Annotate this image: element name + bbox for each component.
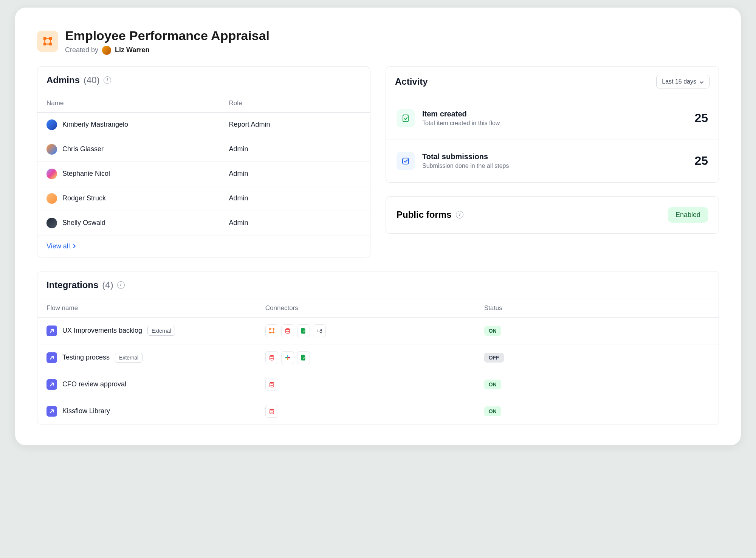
activity-card: Activity Last 15 days Item createdTotal …	[386, 66, 719, 183]
connector-icon	[297, 351, 310, 364]
item-created-icon	[397, 109, 415, 127]
svg-rect-3	[49, 43, 52, 46]
info-icon[interactable]	[104, 76, 111, 84]
connector-icon	[265, 378, 278, 391]
admin-row[interactable]: Chris GlasserAdmin	[37, 137, 370, 162]
admin-name: Stephanie Nicol	[62, 170, 110, 178]
admins-table-header: Name Role	[37, 94, 370, 113]
connector-icon	[265, 351, 278, 364]
flow-icon	[46, 326, 57, 336]
activity-title: Activity	[395, 76, 428, 87]
app-icon	[37, 31, 58, 52]
submissions-icon	[397, 152, 415, 170]
activity-item: Total submissionsSubmission done in the …	[386, 140, 719, 182]
admin-role: Admin	[229, 194, 361, 202]
status-badge: OFF	[484, 353, 504, 363]
svg-rect-1	[49, 37, 52, 40]
view-all-link[interactable]: View all	[46, 242, 77, 250]
integrations-count: (4)	[102, 280, 113, 290]
chevron-right-icon	[72, 242, 77, 250]
admin-row[interactable]: Shelly OswaldAdmin	[37, 211, 370, 236]
connector-icon	[281, 351, 294, 364]
avatar	[46, 144, 57, 155]
admin-name: Rodger Struck	[62, 194, 106, 202]
page-title: Employee Performance Appraisal	[65, 28, 270, 43]
svg-point-17	[270, 409, 274, 411]
admins-count: (40)	[84, 75, 100, 85]
svg-rect-6	[269, 328, 271, 330]
integration-row[interactable]: CFO review approval ON	[37, 371, 719, 398]
enabled-badge: Enabled	[668, 207, 708, 223]
integrations-card: Integrations (4) Flow name Connectors St…	[37, 271, 719, 425]
app-window: Employee Performance Appraisal Created b…	[15, 8, 741, 445]
connector-more: +8	[313, 324, 326, 337]
status-badge: ON	[484, 406, 501, 416]
svg-rect-5	[403, 158, 409, 164]
activity-item-title: Total submissions	[422, 152, 687, 161]
column-name: Name	[46, 99, 229, 107]
column-connectors: Connectors	[265, 304, 484, 312]
activity-item-title: Item created	[422, 110, 687, 118]
svg-point-11	[270, 355, 274, 357]
svg-rect-2	[43, 43, 46, 46]
status-badge: ON	[484, 326, 501, 336]
admin-name: Shelly Oswald	[62, 219, 105, 227]
admin-role: Admin	[229, 145, 361, 153]
admin-name: Chris Glasser	[62, 145, 104, 153]
admin-name: Kimberly Mastrangelo	[62, 121, 128, 129]
activity-item-sub: Total item created in this flow	[422, 120, 687, 127]
admin-row[interactable]: Kimberly MastrangeloReport Admin	[37, 113, 370, 137]
column-role: Role	[229, 99, 361, 107]
time-range-label: Last 15 days	[662, 78, 696, 85]
flow-name: CFO review approval	[62, 380, 126, 388]
flow-icon	[46, 406, 57, 417]
integration-row[interactable]: UX Improvements backlogExternal +8 ON	[37, 318, 719, 344]
integration-row[interactable]: Testing processExternal OFF	[37, 344, 719, 371]
svg-point-10	[286, 328, 290, 330]
column-flow: Flow name	[46, 304, 265, 312]
time-range-select[interactable]: Last 15 days	[656, 75, 710, 88]
avatar	[46, 193, 57, 204]
external-tag: External	[115, 353, 143, 363]
creator-name: Liz Warren	[115, 46, 149, 54]
svg-rect-4	[403, 115, 408, 122]
public-forms-title: Public forms	[397, 209, 451, 220]
activity-item-value: 25	[694, 111, 708, 125]
flow-icon	[46, 379, 57, 390]
connector-icon	[281, 324, 294, 337]
creator-avatar	[102, 46, 111, 55]
flow-name: Testing process	[62, 353, 110, 361]
activity-item-value: 25	[694, 154, 708, 168]
svg-rect-0	[43, 37, 46, 40]
created-by-label: Created by	[65, 46, 98, 54]
admins-card: Admins (40) Name Role Kimberly Mastrange…	[37, 66, 370, 257]
connector-icon	[297, 324, 310, 337]
admin-role: Admin	[229, 170, 361, 178]
flow-name: UX Improvements backlog	[62, 327, 142, 335]
avatar	[46, 119, 57, 130]
svg-rect-15	[287, 357, 290, 358]
admin-role: Report Admin	[229, 121, 361, 129]
column-status: Status	[484, 304, 710, 312]
integrations-table-header: Flow name Connectors Status	[37, 299, 719, 318]
admin-row[interactable]: Stephanie NicolAdmin	[37, 162, 370, 186]
integrations-title: Integrations	[46, 280, 98, 290]
info-icon[interactable]	[117, 281, 125, 289]
flow-name: Kissflow Library	[62, 407, 110, 415]
activity-item: Item createdTotal item created in this f…	[386, 97, 719, 140]
status-badge: ON	[484, 380, 501, 389]
flow-icon	[46, 352, 57, 363]
info-icon[interactable]	[456, 211, 463, 219]
view-all-label: View all	[46, 242, 70, 250]
admin-role: Admin	[229, 219, 361, 227]
admins-title: Admins	[46, 75, 80, 85]
page-header: Employee Performance Appraisal Created b…	[37, 28, 719, 55]
external-tag: External	[147, 326, 175, 336]
svg-point-16	[270, 382, 274, 384]
svg-rect-8	[269, 332, 271, 333]
admin-row[interactable]: Rodger StruckAdmin	[37, 186, 370, 211]
public-forms-card: Public forms Enabled	[386, 196, 719, 234]
integration-row[interactable]: Kissflow Library ON	[37, 398, 719, 425]
avatar	[46, 169, 57, 179]
connector-icon	[265, 405, 278, 418]
